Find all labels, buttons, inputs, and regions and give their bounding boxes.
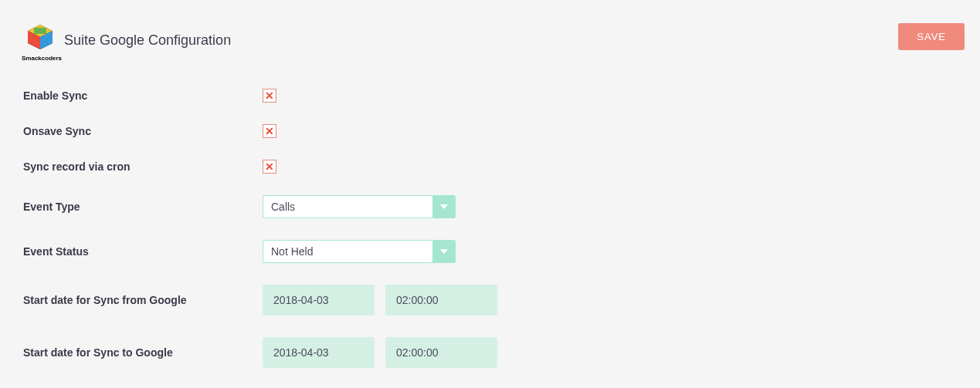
logo-text: Smackcoders [22, 55, 62, 62]
page-title: Suite Google Configuration [64, 32, 231, 49]
chevron-down-icon [432, 195, 456, 218]
checkbox-sync-cron[interactable]: ✕ [263, 160, 276, 174]
label-sync-cron: Sync record via cron [23, 160, 263, 173]
label-event-status: Event Status [23, 245, 263, 258]
label-start-from-google: Start date for Sync from Google [23, 294, 263, 306]
time-from-google[interactable] [385, 285, 497, 315]
chevron-down-icon [432, 240, 456, 263]
label-event-type: Event Type [23, 201, 263, 213]
date-to-google[interactable] [263, 337, 375, 368]
checkbox-onsave-sync[interactable]: ✕ [263, 124, 276, 138]
header: Smackcoders Suite Google Configuration S… [0, 0, 980, 66]
x-icon: ✕ [265, 90, 274, 101]
save-button[interactable]: SAVE [898, 23, 965, 50]
select-event-type-value: Calls [263, 195, 432, 218]
row-onsave-sync: Onsave Sync ✕ [23, 124, 957, 138]
label-start-to-google: Start date for Sync to Google [23, 346, 263, 359]
row-start-to-google: Start date for Sync to Google [23, 337, 957, 368]
logo: Smackcoders [23, 23, 58, 58]
row-start-from-google: Start date for Sync from Google [23, 285, 957, 315]
label-onsave-sync: Onsave Sync [23, 125, 263, 137]
row-event-type: Event Type Calls [23, 195, 957, 218]
select-event-status-value: Not Held [263, 240, 432, 263]
x-icon: ✕ [265, 126, 274, 137]
form-content: Enable Sync ✕ Onsave Sync ✕ Sync record … [0, 66, 980, 368]
checkbox-enable-sync[interactable]: ✕ [263, 89, 276, 103]
time-to-google[interactable] [385, 337, 497, 368]
select-event-type[interactable]: Calls [263, 195, 456, 218]
x-icon: ✕ [265, 161, 274, 172]
label-enable-sync: Enable Sync [23, 89, 263, 102]
date-from-google[interactable] [263, 285, 375, 315]
row-sync-cron: Sync record via cron ✕ [23, 160, 957, 174]
row-enable-sync: Enable Sync ✕ [23, 89, 957, 103]
svg-marker-4 [34, 28, 46, 34]
select-event-status[interactable]: Not Held [263, 240, 456, 263]
row-event-status: Event Status Not Held [23, 240, 957, 263]
datetime-from-google [263, 285, 497, 315]
datetime-to-google [263, 337, 497, 368]
